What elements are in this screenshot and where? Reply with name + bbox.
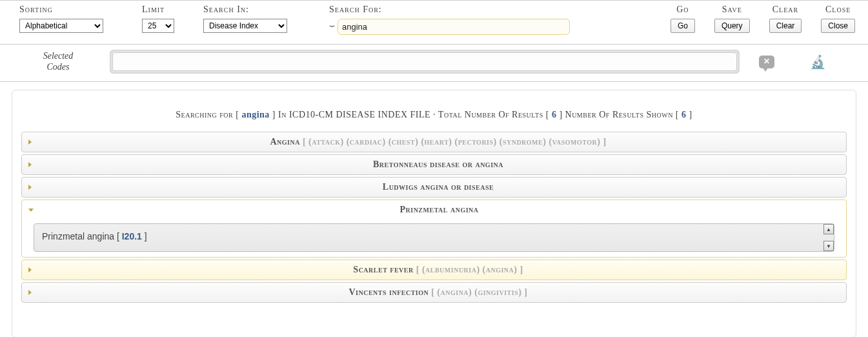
result-qualifiers: [ (attack) (cardiac) (chest) (heart) (pe…: [303, 137, 607, 147]
sorting-label: Sorting: [19, 5, 142, 15]
result-body-text: Prinzmetal angina [ I20.1 ]: [42, 231, 147, 241]
results-header: Searching for [ angina ] In ICD10-CM DIS…: [21, 110, 847, 120]
chevron-right-icon: [28, 162, 32, 167]
close-button[interactable]: Close: [821, 19, 855, 33]
scroll-down-icon[interactable]: ▼: [823, 241, 834, 251]
result-header[interactable]: Prinzmetal angina: [22, 200, 846, 220]
result-header[interactable]: Ludwigs angina or disease: [22, 178, 846, 197]
result-item: Vincents infection [ (angina) (gingiviti…: [21, 282, 847, 303]
result-item: Ludwigs angina or disease: [21, 177, 847, 198]
search-in-label: Search In:: [203, 5, 329, 15]
result-title: Angina [ (attack) (cardiac) (chest) (hea…: [37, 137, 840, 147]
result-title: Scarlet fever [ (albuminuria) (angina) ]: [37, 265, 840, 275]
result-header[interactable]: Vincents infection [ (angina) (gingiviti…: [22, 283, 846, 302]
result-header[interactable]: Bretonneaus disease or angina: [22, 155, 846, 174]
result-title: Bretonneaus disease or angina: [37, 159, 840, 170]
save-label: Save: [722, 5, 742, 15]
body-scrollbar[interactable]: ▲▼: [823, 224, 834, 251]
chevron-down-icon: [28, 209, 34, 212]
result-title: Vincents infection [ (angina) (gingiviti…: [37, 287, 840, 298]
clear-button[interactable]: Clear: [769, 19, 802, 33]
save-query-button[interactable]: Query: [714, 19, 750, 33]
results-panel: Searching for [ angina ] In ICD10-CM DIS…: [12, 90, 856, 337]
result-item: Angina [ (attack) (cardiac) (chest) (hea…: [21, 132, 847, 152]
result-qualifiers: [ (angina) (gingivitis) ]: [431, 287, 527, 297]
go-label: Go: [676, 5, 689, 15]
result-code[interactable]: I20.1: [122, 231, 142, 241]
result-body: Prinzmetal angina [ I20.1 ]▲▼: [34, 223, 834, 252]
chevron-right-icon: [28, 139, 32, 145]
close-label: Close: [825, 5, 851, 15]
clear-label: Clear: [772, 5, 798, 15]
limit-label: Limit: [142, 5, 203, 15]
selected-codes-label: SelectedCodes: [13, 51, 103, 73]
selected-codes-input[interactable]: [112, 52, 737, 71]
smile-icon: ⌣: [329, 21, 335, 31]
result-qualifiers: [ (albuminuria) (angina) ]: [416, 265, 523, 274]
search-for-label: Search For:: [329, 5, 658, 15]
clear-codes-icon[interactable]: ✕: [759, 56, 774, 68]
search-in-select[interactable]: Disease Index: [203, 19, 287, 33]
result-title: Ludwigs angina or disease: [37, 182, 840, 192]
result-title: Prinzmetal angina: [39, 205, 840, 215]
result-item: Bretonneaus disease or angina: [21, 154, 847, 175]
limit-select[interactable]: 25: [142, 19, 174, 33]
result-header[interactable]: Scarlet fever [ (albuminuria) (angina) ]: [22, 260, 846, 280]
chevron-right-icon: [28, 290, 32, 295]
results-accordion: Angina [ (attack) (cardiac) (chest) (hea…: [21, 132, 847, 303]
selected-codes-bar: SelectedCodes ✕ 🔬: [0, 45, 868, 82]
search-for-input[interactable]: [338, 19, 570, 35]
scroll-up-icon[interactable]: ▲: [823, 224, 834, 234]
toolbar: Sorting Alphabetical Limit 25 Search In:…: [13, 1, 855, 44]
result-header[interactable]: Angina [ (attack) (cardiac) (chest) (hea…: [22, 132, 846, 152]
chevron-right-icon: [28, 267, 32, 272]
microscope-icon[interactable]: 🔬: [810, 54, 826, 70]
chevron-right-icon: [28, 185, 32, 190]
sorting-select[interactable]: Alphabetical: [19, 19, 103, 33]
result-item: Prinzmetal angina Prinzmetal angina [ I2…: [21, 199, 847, 258]
result-item: Scarlet fever [ (albuminuria) (angina) ]: [21, 260, 847, 280]
go-button[interactable]: Go: [671, 19, 695, 33]
